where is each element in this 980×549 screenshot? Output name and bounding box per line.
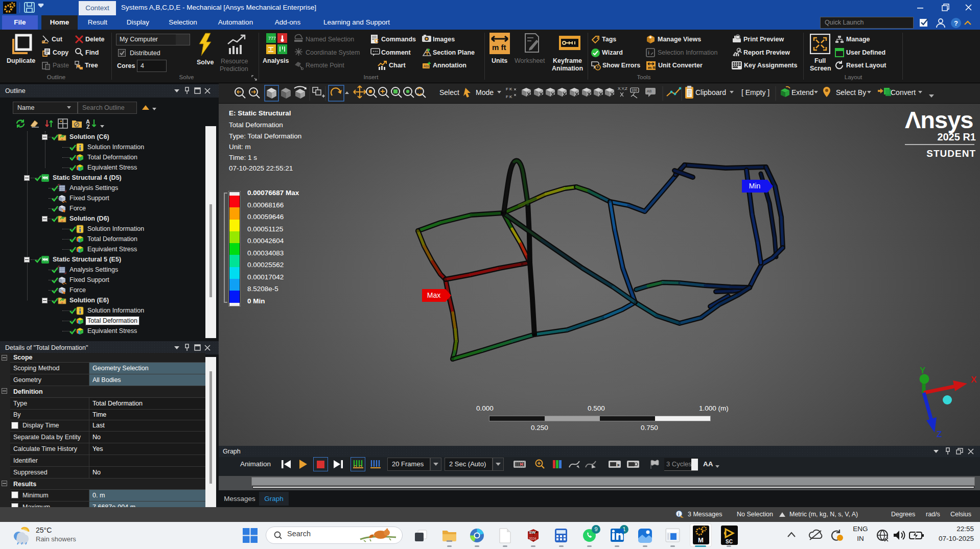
svg-text:[ Empty ]: [ Empty ] — [741, 88, 769, 97]
svg-text:M: M — [698, 536, 704, 544]
svg-text:AB: AB — [647, 89, 652, 93]
svg-text:F K: F K — [506, 87, 512, 91]
svg-text:Z: Z — [86, 124, 90, 129]
svg-text:m ft: m ft — [648, 65, 656, 70]
svg-text:i: i — [648, 50, 649, 56]
svg-text:Mode: Mode — [476, 88, 494, 97]
svg-text:777: 777 — [268, 36, 276, 41]
svg-text:Clipboard: Clipboard — [695, 88, 726, 97]
svg-text:2024: 2024 — [529, 537, 536, 540]
svg-text:F K: F K — [506, 94, 512, 99]
svg-text:?: ? — [954, 19, 958, 27]
svg-text:Abc: Abc — [424, 64, 430, 68]
svg-text:►: ► — [617, 463, 621, 467]
svg-text:Select: Select — [439, 88, 459, 97]
svg-text:C: C — [375, 38, 379, 44]
svg-text:m ft: m ft — [492, 43, 506, 52]
svg-text:SW: SW — [529, 530, 536, 535]
svg-text:i: i — [678, 512, 680, 517]
svg-text:SC: SC — [726, 539, 733, 544]
svg-text:X,Y,Z: X,Y,Z — [618, 86, 627, 91]
svg-text:100: 100 — [632, 88, 637, 92]
svg-text:Select By: Select By — [836, 88, 866, 97]
svg-text:Extend: Extend — [791, 88, 814, 97]
svg-text:Convert: Convert — [891, 88, 916, 97]
